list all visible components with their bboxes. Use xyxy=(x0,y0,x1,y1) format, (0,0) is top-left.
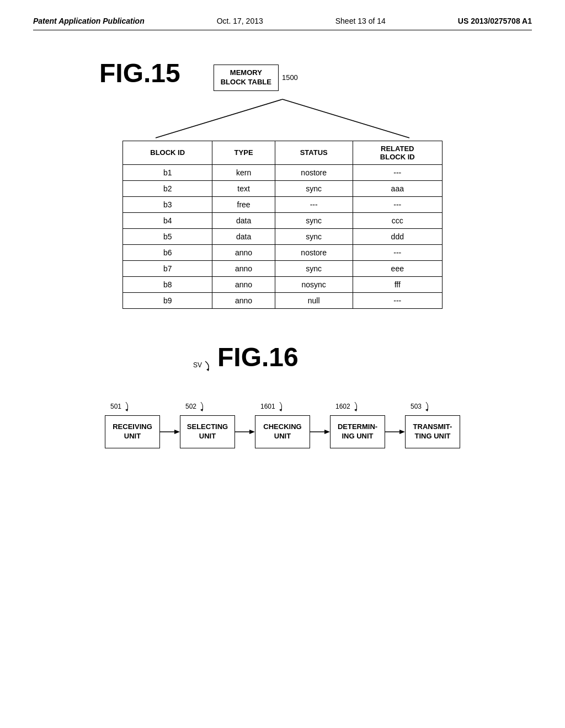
table-row: b8annonosyncfff xyxy=(123,276,443,292)
svg-marker-11 xyxy=(324,430,330,434)
table-cell: nosync xyxy=(275,276,353,292)
svg-marker-14 xyxy=(399,430,405,434)
svg-marker-3 xyxy=(125,409,128,411)
tree-lines-svg xyxy=(111,97,454,141)
fc-block-wrapper: 503TRANSMIT-TING UNIT xyxy=(405,400,460,448)
fc-block-wrapper: 1602DETERMIN-ING UNIT xyxy=(330,400,385,448)
col-related-block-id: RELATEDBLOCK ID xyxy=(353,141,442,164)
table-row: b3free------ xyxy=(123,196,443,212)
ref-number: 1601 xyxy=(260,403,275,410)
table-cell: free xyxy=(212,196,275,212)
table-cell: --- xyxy=(275,196,353,212)
fc-box: SELECTINGUNIT xyxy=(180,415,235,448)
ref-number: 502 xyxy=(185,403,196,410)
fc-arrow xyxy=(385,429,405,435)
col-status: STATUS xyxy=(275,141,353,164)
ref-curve-icon xyxy=(351,401,360,412)
table-cell: b8 xyxy=(123,276,212,292)
fc-box: DETERMIN-ING UNIT xyxy=(330,415,385,448)
fc-box: CHECKINGUNIT xyxy=(255,415,310,448)
table-cell: b5 xyxy=(123,228,212,244)
svg-marker-6 xyxy=(200,409,203,411)
table-cell: b3 xyxy=(123,196,212,212)
table-cell: nostore xyxy=(275,164,353,180)
table-row: b1kernnostore--- xyxy=(123,164,443,180)
table-cell: --- xyxy=(353,196,442,212)
arrow-icon xyxy=(160,429,180,435)
ref-1500: 1500 xyxy=(282,73,298,82)
page: Patent Application Publication Oct. 17, … xyxy=(0,0,565,728)
table-cell: anno xyxy=(212,292,275,308)
table-cell: anno xyxy=(212,260,275,276)
col-block-id: BLOCK ID xyxy=(123,141,212,164)
ref-curve-icon xyxy=(122,401,131,412)
header-date: Oct. 17, 2013 xyxy=(217,17,263,25)
table-cell: data xyxy=(212,212,275,228)
svg-marker-15 xyxy=(425,409,428,411)
memory-block-table-box: MEMORYBLOCK TABLE xyxy=(214,65,279,91)
svg-marker-8 xyxy=(249,430,255,434)
table-cell: aaa xyxy=(353,180,442,196)
table-row: b6annonostore--- xyxy=(123,244,443,260)
table-cell: anno xyxy=(212,276,275,292)
fc-block-wrapper: 1601CHECKINGUNIT xyxy=(255,400,310,448)
svg-line-1 xyxy=(282,99,409,138)
fc-box: RECEIVINGUNIT xyxy=(105,415,160,448)
table-cell: eee xyxy=(353,260,442,276)
header-patent-number: US 2013/0275708 A1 xyxy=(458,17,532,25)
table-cell: text xyxy=(212,180,275,196)
svg-marker-5 xyxy=(174,430,180,434)
ref-curve-icon xyxy=(276,401,285,412)
table-cell: b2 xyxy=(123,180,212,196)
ref-number: 503 xyxy=(411,403,422,410)
fc-block-wrapper: 502SELECTINGUNIT xyxy=(180,400,235,448)
table-cell: b9 xyxy=(123,292,212,308)
table-cell: ddd xyxy=(353,228,442,244)
fig15-label: FIG.15 xyxy=(99,58,180,88)
table-cell: b6 xyxy=(123,244,212,260)
table-cell: sync xyxy=(275,212,353,228)
fc-arrow xyxy=(235,429,255,435)
col-type: TYPE xyxy=(212,141,275,164)
svg-line-0 xyxy=(156,99,282,138)
table-cell: data xyxy=(212,228,275,244)
table-cell: --- xyxy=(353,164,442,180)
arrow-icon xyxy=(235,429,255,435)
fig15-section: FIG.15 MEMORYBLOCK TABLE 1500 BLOCK ID xyxy=(33,52,532,309)
svg-marker-12 xyxy=(354,409,357,411)
table-cell: sync xyxy=(275,180,353,196)
header-sheet: Sheet 13 of 14 xyxy=(335,17,386,25)
table-row: b7annosynceee xyxy=(123,260,443,276)
ref-curve-icon xyxy=(198,401,206,412)
ref-number: 501 xyxy=(110,403,121,410)
sv-label: SV xyxy=(193,361,202,369)
table-row: b4datasyncccc xyxy=(123,212,443,228)
memory-block-table: BLOCK ID TYPE STATUS RELATEDBLOCK ID b1k… xyxy=(122,141,443,309)
table-cell: sync xyxy=(275,260,353,276)
svg-marker-2 xyxy=(206,368,209,371)
table-cell: fff xyxy=(353,276,442,292)
arrow-icon xyxy=(385,429,405,435)
svg-marker-9 xyxy=(279,409,282,411)
fig16-section: SV FIG.16 501RECEIVINGUNIT502SELECTINGUN… xyxy=(33,342,532,448)
table-cell: ccc xyxy=(353,212,442,228)
table-cell: b1 xyxy=(123,164,212,180)
fig16-label: FIG.16 xyxy=(217,342,299,372)
fc-block-wrapper: 501RECEIVINGUNIT xyxy=(105,400,160,448)
arrow-icon xyxy=(310,429,330,435)
sv-arrow-icon xyxy=(203,360,213,371)
ref-curve-icon xyxy=(423,401,431,412)
table-cell: kern xyxy=(212,164,275,180)
flowchart: 501RECEIVINGUNIT502SELECTINGUNIT1601CHEC… xyxy=(33,400,532,448)
table-cell: b4 xyxy=(123,212,212,228)
page-header: Patent Application Publication Oct. 17, … xyxy=(33,17,532,30)
table-cell: nostore xyxy=(275,244,353,260)
table-cell: --- xyxy=(353,244,442,260)
table-row: b9annonull--- xyxy=(123,292,443,308)
table-cell: sync xyxy=(275,228,353,244)
memory-block-table-label: MEMORYBLOCK TABLE xyxy=(221,68,271,86)
table-cell: null xyxy=(275,292,353,308)
table-row: b2textsyncaaa xyxy=(123,180,443,196)
ref-number: 1602 xyxy=(335,403,350,410)
fc-box: TRANSMIT-TING UNIT xyxy=(405,415,460,448)
